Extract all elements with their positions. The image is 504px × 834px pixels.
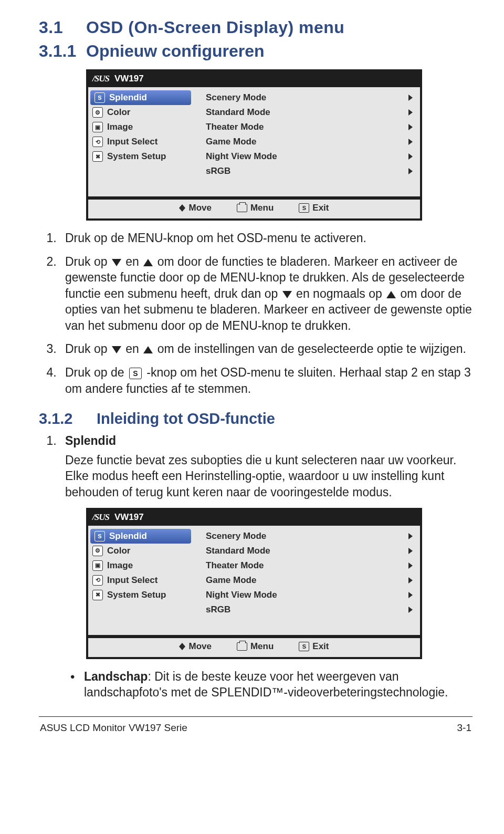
down-triangle-icon	[112, 346, 121, 353]
mode-label: Night View Mode	[206, 151, 277, 162]
menu-item-label: Image	[107, 122, 133, 132]
mode-label: Standard Mode	[206, 546, 270, 556]
hint-move: Move	[179, 641, 211, 652]
chevron-right-icon	[408, 168, 413, 174]
chevron-right-icon	[408, 592, 413, 598]
menu-icon	[237, 642, 247, 651]
menu-item-label: Input Select	[107, 137, 158, 147]
updown-icon	[179, 643, 185, 650]
mode-label: Scenery Mode	[206, 92, 266, 103]
menu-item-icon: S	[94, 531, 105, 541]
heading-number: 3.1.1	[39, 41, 86, 61]
footer-left: ASUS LCD Monitor VW197 Serie	[40, 722, 187, 734]
mode-label: Scenery Mode	[206, 531, 266, 541]
osd-model: VW197	[114, 512, 144, 523]
step-3: Druk op en om de instellingen van de ges…	[60, 341, 472, 357]
menu-item-label: System Setup	[107, 590, 166, 600]
osd-left-menu: SSplendid⚙Color▣Image⟲Input Select✖Syste…	[88, 526, 193, 635]
osd-button-hints: Move Menu SExit	[88, 200, 420, 218]
menu-item-icon: ⟲	[92, 575, 103, 586]
osd-screenshot-2: /SUS VW197 SSplendid⚙Color▣Image⟲Input S…	[86, 508, 472, 659]
osd-menu-input-select: ⟲Input Select	[88, 134, 193, 149]
heading-text: Opnieuw configureren	[86, 41, 265, 60]
down-triangle-icon	[282, 291, 292, 298]
osd-menu-input-select: ⟲Input Select	[88, 573, 193, 588]
menu-item-icon: ✖	[92, 590, 103, 600]
osd-menu-color: ⚙Color	[88, 544, 193, 558]
mode-label: Theater Mode	[206, 560, 264, 571]
splendid-section: Splendid Deze functie bevat zes suboptie…	[39, 433, 472, 500]
heading-3-1: 3.1OSD (On-Screen Display) menu	[39, 18, 472, 37]
osd-titlebar: /SUS VW197	[88, 510, 420, 526]
chevron-right-icon	[408, 607, 413, 613]
osd-model: VW197	[114, 74, 144, 84]
menu-item-label: Color	[107, 107, 130, 118]
up-triangle-icon	[143, 346, 153, 353]
chevron-right-icon	[408, 577, 413, 583]
mode-label: Theater Mode	[206, 122, 264, 132]
updown-icon	[179, 204, 185, 212]
down-triangle-icon	[112, 259, 121, 266]
osd-mode-srgb: sRGB	[193, 164, 420, 179]
heading-text: OSD (On-Screen Display) menu	[86, 18, 344, 37]
osd-mode-scenery-mode: Scenery Mode	[193, 90, 420, 105]
mode-label: sRGB	[206, 604, 230, 615]
menu-item-label: Image	[107, 560, 133, 571]
osd-mode-standard-mode: Standard Mode	[193, 544, 420, 558]
osd-menu-image: ▣Image	[88, 120, 193, 134]
mode-label: Game Mode	[206, 575, 256, 586]
mode-label: sRGB	[206, 166, 230, 176]
splendid-item: Splendid Deze functie bevat zes suboptie…	[60, 433, 472, 500]
osd-panel: /SUS VW197 SSplendid⚙Color▣Image⟲Input S…	[86, 69, 422, 221]
menu-item-icon: S	[94, 92, 105, 103]
splendid-body: Deze functie bevat zes subopties die u k…	[65, 452, 472, 501]
menu-item-label: System Setup	[107, 151, 166, 162]
menu-item-icon: ✖	[92, 151, 103, 162]
osd-mode-game-mode: Game Mode	[193, 134, 420, 149]
bullet-name: Landschap	[84, 670, 148, 683]
hint-exit: SExit	[299, 641, 329, 652]
chevron-right-icon	[408, 562, 413, 569]
osd-right-list: Scenery ModeStandard ModeTheater ModeGam…	[193, 87, 420, 196]
page-footer: ASUS LCD Monitor VW197 Serie 3-1	[39, 716, 472, 734]
chevron-right-icon	[408, 153, 413, 160]
menu-item-icon: ▣	[92, 560, 103, 571]
footer-right: 3-1	[457, 722, 471, 734]
exit-icon: S	[299, 642, 309, 651]
splendid-title: Splendid	[65, 434, 116, 447]
osd-button-hints: Move Menu SExit	[88, 638, 420, 657]
step-4: Druk op de S -knop om het OSD-menu te sl…	[60, 364, 472, 397]
osd-menu-system-setup: ✖System Setup	[88, 149, 193, 164]
heading-text: Inleiding tot OSD-functie	[97, 410, 275, 427]
heading-number: 3.1.2	[39, 410, 97, 428]
osd-menu-image: ▣Image	[88, 558, 193, 573]
chevron-right-icon	[408, 548, 413, 554]
osd-menu-splendid: SSplendid	[90, 90, 191, 105]
bullet-landschap: Landschap: Dit is de beste keuze voor he…	[70, 669, 472, 701]
osd-mode-theater-mode: Theater Mode	[193, 120, 420, 134]
osd-mode-standard-mode: Standard Mode	[193, 105, 420, 120]
mode-label: Game Mode	[206, 137, 256, 147]
menu-item-icon: ⚙	[92, 107, 103, 118]
step-2: Druk op en om door de functies te blader…	[60, 254, 472, 334]
osd-mode-scenery-mode: Scenery Mode	[193, 529, 420, 544]
asus-logo: /SUS	[92, 512, 109, 523]
heading-number: 3.1	[39, 18, 86, 37]
mode-label: Standard Mode	[206, 107, 270, 118]
s-button-icon: S	[129, 368, 142, 379]
menu-item-label: Color	[107, 546, 130, 556]
step-1: Druk op de MENU-knop om het OSD-menu te …	[60, 230, 472, 246]
chevron-right-icon	[408, 139, 413, 145]
osd-menu-splendid: SSplendid	[90, 529, 191, 544]
hint-move: Move	[179, 203, 211, 213]
osd-menu-color: ⚙Color	[88, 105, 193, 120]
chevron-right-icon	[408, 109, 413, 116]
osd-panel: /SUS VW197 SSplendid⚙Color▣Image⟲Input S…	[86, 508, 422, 659]
heading-3-1-1: 3.1.1Opnieuw configureren	[39, 41, 472, 61]
hint-exit: SExit	[299, 203, 329, 213]
osd-right-list: Scenery ModeStandard ModeTheater ModeGam…	[193, 526, 420, 635]
osd-mode-night-view-mode: Night View Mode	[193, 588, 420, 602]
mode-label: Night View Mode	[206, 590, 277, 600]
osd-left-menu: SSplendid⚙Color▣Image⟲Input Select✖Syste…	[88, 87, 193, 196]
mode-bullets: Landschap: Dit is de beste keuze voor he…	[39, 669, 472, 701]
